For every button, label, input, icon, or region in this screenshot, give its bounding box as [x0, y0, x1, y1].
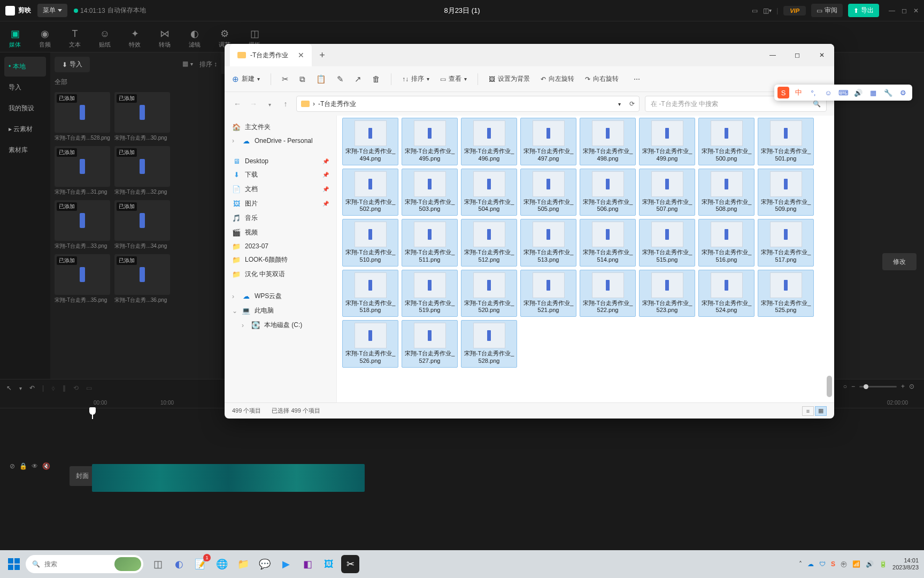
- forward-icon[interactable]: →: [248, 100, 259, 108]
- media-thumbnail[interactable]: 已添加宋翔-T台走秀...36.png: [114, 254, 170, 304]
- side-videos[interactable]: 🎬视频: [228, 225, 333, 240]
- file-item[interactable]: 宋翔-T台走秀作业_503.png: [402, 169, 458, 216]
- file-item[interactable]: 宋翔-T台走秀作业_499.png: [639, 118, 695, 165]
- wechat-icon[interactable]: 💬: [256, 555, 274, 573]
- ime-voice-icon[interactable]: 🔊: [852, 87, 864, 98]
- tl-tool-icon[interactable]: ⎀: [51, 384, 55, 392]
- tray-wifi-icon[interactable]: 📶: [852, 560, 860, 568]
- tab-audio[interactable]: ◉音频: [30, 25, 60, 49]
- ime-toolbar[interactable]: S 中 °, ☺ ⌨ 🔊 ▦ 🔧 ⚙: [774, 85, 912, 101]
- media-thumbnail[interactable]: 已添加宋翔-T台走秀...33.png: [55, 200, 110, 250]
- app-icon[interactable]: ◧: [298, 555, 317, 573]
- file-item[interactable]: 宋翔-T台走秀作业_506.png: [580, 169, 636, 216]
- side-music[interactable]: 🎵音乐: [228, 211, 333, 225]
- tab-sticker[interactable]: ☺贴纸: [90, 25, 120, 49]
- zoom-out-icon[interactable]: ○: [843, 383, 847, 390]
- maximize-icon[interactable]: ◻: [902, 7, 907, 14]
- tl-tool-icon[interactable]: ▭: [86, 384, 92, 392]
- todesk-icon[interactable]: ▶: [277, 555, 295, 573]
- nav-cloud[interactable]: ▸ 云素材: [4, 119, 46, 139]
- zoom-slider[interactable]: [859, 386, 897, 387]
- media-thumbnail[interactable]: 已添加宋翔-T台走秀...32.png: [114, 146, 170, 196]
- tray-battery-icon[interactable]: 🔋: [879, 560, 887, 568]
- modify-button[interactable]: 修改: [882, 253, 917, 270]
- media-thumbnail[interactable]: 已添加宋翔-T台走秀...34.png: [114, 200, 170, 250]
- wordpad-icon[interactable]: 📝1: [191, 555, 210, 573]
- close-icon[interactable]: ✕: [913, 7, 919, 14]
- explorer-close-icon[interactable]: ✕: [810, 44, 834, 66]
- video-clip[interactable]: [92, 464, 365, 492]
- sogou-logo-icon[interactable]: S: [777, 87, 789, 98]
- side-wps[interactable]: ›☁WPS云盘: [228, 289, 333, 303]
- nav-import[interactable]: 导入: [4, 78, 46, 97]
- breadcrumb[interactable]: › -T台走秀作业 ▾ ⟳: [296, 96, 640, 112]
- file-grid[interactable]: 宋翔-T台走秀作业_494.png宋翔-T台走秀作业_495.png宋翔-T台走…: [337, 116, 834, 402]
- ime-lang-toggle[interactable]: 中: [792, 87, 804, 98]
- tab-media[interactable]: ▣媒体: [0, 25, 30, 49]
- set-background-button[interactable]: 🖼 设置为背景: [489, 74, 530, 83]
- file-item[interactable]: 宋翔-T台走秀作业_517.png: [758, 219, 814, 267]
- file-item[interactable]: 宋翔-T台走秀作业_495.png: [402, 118, 458, 165]
- tab-transition[interactable]: ⋈转场: [150, 25, 180, 49]
- file-item[interactable]: 宋翔-T台走秀作业_501.png: [758, 118, 814, 165]
- recent-icon[interactable]: ▾: [264, 100, 275, 108]
- explorer-titlebar[interactable]: -T台走秀作业 ✕ + — ◻ ✕: [225, 44, 834, 66]
- delete-icon[interactable]: 🗑: [372, 74, 380, 83]
- track-mute-icon[interactable]: 🔇: [42, 462, 50, 470]
- file-item[interactable]: 宋翔-T台走秀作业_512.png: [461, 219, 517, 267]
- file-item[interactable]: 宋翔-T台走秀作业_526.png: [342, 320, 398, 368]
- grid-view-icon[interactable]: ▦ ▾: [182, 60, 192, 69]
- copilot-icon[interactable]: ◐: [170, 555, 188, 573]
- list-view-icon[interactable]: ≡: [802, 406, 814, 416]
- rename-icon[interactable]: ✎: [337, 74, 344, 84]
- panel-icon[interactable]: ◫▾: [764, 7, 771, 14]
- paste-icon[interactable]: 📋: [316, 74, 326, 84]
- export-button[interactable]: ⬆ 导出: [848, 4, 879, 17]
- photos-icon[interactable]: 🖼: [320, 555, 338, 573]
- file-item[interactable]: 宋翔-T台走秀作业_525.png: [758, 270, 814, 317]
- file-item[interactable]: 宋翔-T台走秀作业_502.png: [342, 169, 398, 216]
- file-item[interactable]: 宋翔-T台走秀作业_513.png: [520, 219, 576, 267]
- explorer-minimize-icon[interactable]: —: [760, 44, 785, 66]
- media-thumbnail[interactable]: 已添加宋翔-T台走秀...35.png: [55, 254, 110, 304]
- more-icon[interactable]: ⋯: [634, 75, 640, 83]
- new-tab-icon[interactable]: +: [319, 50, 325, 61]
- sort-button[interactable]: ↑↓ 排序 ▾: [402, 74, 429, 83]
- media-thumbnail[interactable]: 已添加宋翔-T台走秀...31.png: [55, 146, 110, 196]
- zoom-fit-icon[interactable]: ⊙: [909, 383, 914, 390]
- tab-close-icon[interactable]: ✕: [298, 51, 304, 59]
- jianying-taskbar-icon[interactable]: ✂: [341, 555, 359, 573]
- explorer-icon[interactable]: 📁: [234, 555, 252, 573]
- file-item[interactable]: 宋翔-T台走秀作业_498.png: [580, 118, 636, 165]
- rotate-right-button[interactable]: ↷ 向右旋转: [585, 74, 619, 83]
- explorer-maximize-icon[interactable]: ◻: [785, 44, 810, 66]
- tab-text[interactable]: T文本: [60, 25, 90, 49]
- track-eye-icon[interactable]: 👁: [32, 462, 38, 470]
- sort-button[interactable]: 排序 ↕: [199, 60, 217, 69]
- review-button[interactable]: ▭ 审阅: [811, 4, 843, 17]
- file-item[interactable]: 宋翔-T台走秀作业_523.png: [639, 270, 695, 317]
- file-item[interactable]: 宋翔-T台走秀作业_500.png: [698, 118, 754, 165]
- grid-view-icon[interactable]: ▦: [815, 406, 827, 416]
- back-icon[interactable]: ←: [232, 100, 243, 108]
- file-item[interactable]: 宋翔-T台走秀作业_518.png: [342, 270, 398, 317]
- ime-settings-icon[interactable]: ⚙: [897, 87, 909, 98]
- side-desktop[interactable]: 🖥Desktop📌: [228, 155, 333, 168]
- side-thispc[interactable]: ⌄💻此电脑: [228, 303, 333, 318]
- tray-onedrive-icon[interactable]: ☁: [807, 560, 814, 568]
- file-item[interactable]: 宋翔-T台走秀作业_515.png: [639, 219, 695, 267]
- track-lock-icon[interactable]: ⊘: [10, 462, 15, 470]
- cover-button[interactable]: 封面: [70, 466, 95, 486]
- file-item[interactable]: 宋翔-T台走秀作业_514.png: [580, 219, 636, 267]
- explorer-tab[interactable]: -T台走秀作业 ✕: [230, 44, 312, 66]
- file-item[interactable]: 宋翔-T台走秀作业_510.png: [342, 219, 398, 267]
- tray-ime-icon[interactable]: ㊥: [841, 560, 847, 569]
- tl-tool-icon[interactable]: ⟲: [73, 384, 79, 392]
- tray-security-icon[interactable]: 🛡: [819, 560, 826, 568]
- playhead[interactable]: [92, 408, 93, 419]
- share-icon[interactable]: ↗: [355, 74, 361, 84]
- side-folder[interactable]: 📁LOOK-6颜颜特: [228, 253, 333, 267]
- file-item[interactable]: 宋翔-T台走秀作业_494.png: [342, 118, 398, 165]
- nav-library[interactable]: 素材库: [4, 140, 46, 160]
- start-button[interactable]: [5, 556, 22, 573]
